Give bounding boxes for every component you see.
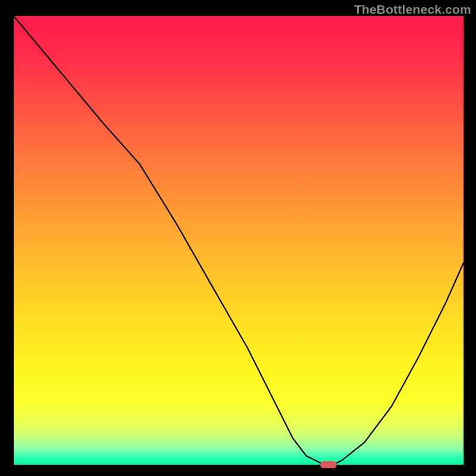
plot-area bbox=[14, 16, 464, 465]
bottleneck-curve bbox=[14, 16, 464, 465]
watermark-text: TheBottleneck.com bbox=[354, 2, 471, 17]
optimum-marker bbox=[320, 461, 337, 468]
curve-path bbox=[14, 16, 464, 465]
chart-frame: TheBottleneck.com bbox=[0, 0, 476, 476]
